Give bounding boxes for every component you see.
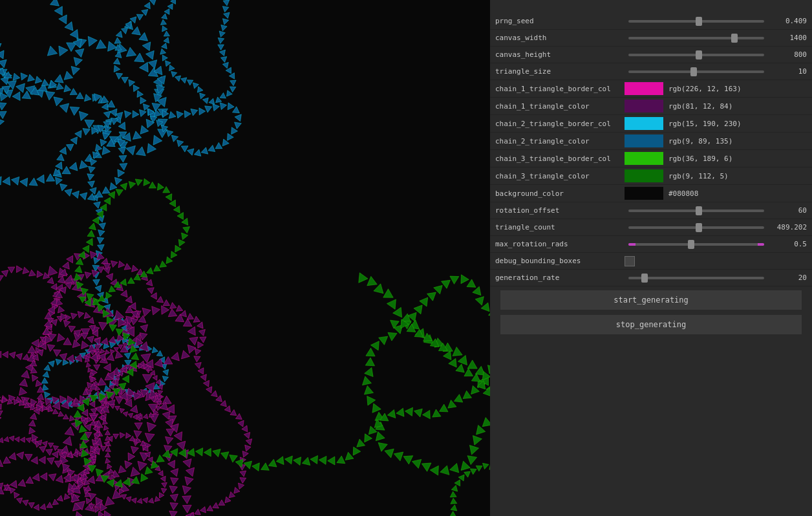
slider-track-prng_seed — [628, 20, 764, 23]
label-background_color: background_color — [495, 189, 625, 198]
slider-thumb-triangle_size[interactable] — [690, 67, 697, 76]
label-chain_2_triangle_border_col: chain_2_triangle_border_col — [495, 120, 625, 128]
label-chain_2_triangle_color: chain_2_triangle_color — [495, 137, 625, 145]
sketch-canvas — [0, 0, 490, 516]
config-row-max_rotation_rads: max_rotation_rads0.5 — [490, 236, 812, 253]
slider-thumb-rotation_offset[interactable] — [696, 206, 702, 215]
slider-rotation_offset[interactable] — [628, 210, 764, 212]
config-panel: prng_seed0.409canvas_width1400canvas_hei… — [490, 0, 812, 516]
canvas-area — [0, 0, 490, 516]
value-triangle_size: 10 — [768, 67, 807, 76]
value-generation_rate: 20 — [768, 274, 807, 282]
config-row-debug_bounding_boxes: debug_bounding_boxes — [490, 253, 812, 270]
config-row-chain_2_triangle_border_col: chain_2_triangle_border_colrgb(15, 190, … — [490, 115, 812, 133]
label-prng_seed: prng_seed — [495, 17, 625, 25]
config-row-triangle_count: triangle_count489.202 — [490, 219, 812, 236]
checkbox-container-debug_bounding_boxes[interactable] — [625, 256, 635, 266]
color-swatch-chain_1_triangle_color[interactable] — [625, 100, 663, 113]
color-value-chain_3_triangle_border_col: rgb(36, 189, 6) — [668, 155, 732, 163]
config-row-canvas_height: canvas_height800 — [490, 47, 812, 63]
label-rotation_offset: rotation_offset — [495, 206, 625, 215]
value-canvas_width: 1400 — [768, 34, 807, 42]
color-swatch-chain_2_triangle_color[interactable] — [625, 134, 663, 147]
slider-track-generation_rate — [628, 277, 764, 279]
label-max_rotation_rads: max_rotation_rads — [495, 240, 625, 248]
value-rotation_offset: 60 — [768, 206, 807, 215]
label-canvas_width: canvas_width — [495, 34, 625, 42]
config-row-background_color: background_color#080808 — [490, 185, 812, 202]
label-triangle_size: triangle_size — [495, 67, 625, 76]
button-start_generating[interactable]: start_generating — [500, 290, 802, 310]
slider-track-canvas_width — [628, 37, 764, 39]
color-swatch-background_color[interactable] — [625, 187, 663, 200]
label-canvas_height: canvas_height — [495, 50, 625, 59]
label-generation_rate: generation_rate — [495, 274, 625, 282]
color-value-chain_1_triangle_border_col: rgb(226, 12, 163) — [668, 85, 742, 93]
value-triangle_count: 489.202 — [768, 223, 807, 231]
color-value-chain_3_triangle_color: rgb(9, 112, 5) — [668, 172, 729, 180]
config-row-triangle_size: triangle_size10 — [490, 63, 812, 80]
config-row-prng_seed: prng_seed0.409 — [490, 13, 812, 30]
config-row-canvas_width: canvas_width1400 — [490, 30, 812, 47]
button-stop_generating[interactable]: stop_generating — [500, 315, 802, 334]
slider-canvas_height[interactable] — [628, 54, 764, 56]
slider-thumb-canvas_height[interactable] — [696, 50, 702, 59]
value-prng_seed: 0.409 — [768, 17, 807, 25]
buttons-container: start_generatingstop_generating — [490, 286, 812, 336]
slider-thumb-triangle_count[interactable] — [696, 223, 702, 232]
slider-triangle_size[interactable] — [628, 70, 764, 73]
config-row-chain_2_triangle_color: chain_2_triangle_colorrgb(9, 89, 135) — [490, 133, 812, 150]
slider-track-canvas_height — [628, 54, 764, 56]
slider-thumb-max_rotation_rads[interactable] — [688, 240, 694, 249]
slider-track-max_rotation_rads — [628, 243, 764, 246]
color-swatch-chain_3_triangle_border_col[interactable] — [625, 152, 663, 165]
label-chain_1_triangle_border_col: chain_1_triangle_border_col — [495, 85, 625, 93]
color-swatch-chain_1_triangle_border_col[interactable] — [625, 82, 663, 95]
label-chain_3_triangle_color: chain_3_triangle_color — [495, 172, 625, 180]
color-swatch-chain_2_triangle_border_col[interactable] — [625, 117, 663, 130]
config-row-generation_rate: generation_rate20 — [490, 270, 812, 286]
slider-track-rotation_offset — [628, 210, 764, 212]
slider-track-triangle_size — [628, 70, 764, 73]
label-chain_3_triangle_border_col: chain_3_triangle_border_col — [495, 155, 625, 163]
value-canvas_height: 800 — [768, 50, 807, 59]
slider-thumb-canvas_width[interactable] — [731, 34, 738, 43]
label-chain_1_triangle_color: chain_1_triangle_color — [495, 102, 625, 111]
color-value-chain_2_triangle_border_col: rgb(15, 190, 230) — [668, 120, 742, 128]
controls-container: prng_seed0.409canvas_width1400canvas_hei… — [490, 13, 812, 286]
config-row-chain_1_triangle_color: chain_1_triangle_colorrgb(81, 12, 84) — [490, 98, 812, 115]
config-row-rotation_offset: rotation_offset60 — [490, 202, 812, 219]
slider-triangle_count[interactable] — [628, 226, 764, 229]
value-max_rotation_rads: 0.5 — [768, 240, 807, 248]
config-row-chain_3_triangle_color: chain_3_triangle_colorrgb(9, 112, 5) — [490, 167, 812, 185]
slider-canvas_width[interactable] — [628, 37, 764, 39]
config-title — [490, 0, 812, 13]
slider-max_rotation_rads[interactable] — [628, 243, 764, 246]
color-value-chain_2_triangle_color: rgb(9, 89, 135) — [668, 137, 732, 145]
config-row-chain_3_triangle_border_col: chain_3_triangle_border_colrgb(36, 189, … — [490, 150, 812, 167]
color-swatch-chain_3_triangle_color[interactable] — [625, 169, 663, 182]
label-debug_bounding_boxes: debug_bounding_boxes — [495, 257, 625, 265]
checkbox-debug_bounding_boxes[interactable] — [625, 256, 635, 266]
slider-thumb-prng_seed[interactable] — [696, 17, 702, 26]
color-value-background_color: #080808 — [668, 189, 698, 198]
color-value-chain_1_triangle_color: rgb(81, 12, 84) — [668, 102, 732, 111]
config-row-chain_1_triangle_border_col: chain_1_triangle_border_colrgb(226, 12, … — [490, 80, 812, 98]
slider-thumb-generation_rate[interactable] — [641, 274, 648, 283]
slider-track-triangle_count — [628, 226, 764, 229]
slider-prng_seed[interactable] — [628, 20, 764, 23]
label-triangle_count: triangle_count — [495, 223, 625, 231]
slider-generation_rate[interactable] — [628, 277, 764, 279]
